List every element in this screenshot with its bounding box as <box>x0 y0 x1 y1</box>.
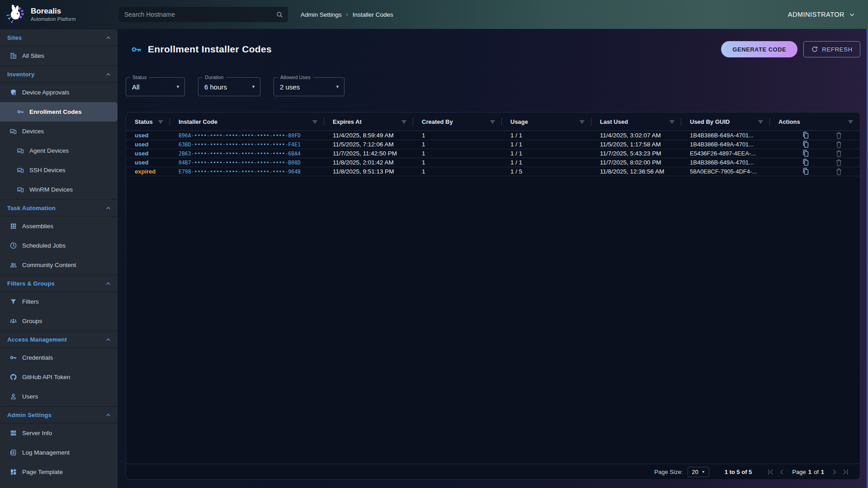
column-header-last-used[interactable]: Last Used <box>591 113 681 131</box>
status-select[interactable]: StatusAll▼ <box>126 77 185 96</box>
sidebar-item-scheduled-jobs[interactable]: Scheduled Jobs <box>0 236 118 255</box>
breadcrumb-parent[interactable]: Admin Settings <box>301 11 342 18</box>
previous-page-icon[interactable] <box>778 468 786 476</box>
column-header-actions[interactable]: Actions <box>770 113 860 131</box>
sidebar-section-admin-settings[interactable]: Admin Settings <box>0 406 118 423</box>
sidebar-item-filters[interactable]: Filters <box>0 292 118 311</box>
server-icon <box>9 429 17 437</box>
copy-icon[interactable] <box>802 149 810 158</box>
installer-code-cell[interactable]: B96A-••••-••••-••••-••••-••••-••••-80FD <box>170 132 324 139</box>
table-empty-area <box>126 176 860 464</box>
filter-icon[interactable] <box>311 118 318 125</box>
guid-cell: 1B4B386B-649A-4701... <box>681 132 770 139</box>
sidebar-item-device-approvals[interactable]: Device Approvals <box>0 83 118 102</box>
search-box[interactable] <box>119 7 288 22</box>
breadcrumb-current[interactable]: Installer Codes <box>353 11 393 18</box>
allowed-uses-select[interactable]: Allowed Uses2 uses▼ <box>274 77 344 96</box>
first-page-icon[interactable] <box>766 468 775 476</box>
trash-icon[interactable] <box>835 167 843 176</box>
guid-cell: E5436F26-4897-4EEA-... <box>681 150 770 157</box>
column-header-created-by[interactable]: Created By <box>413 113 502 131</box>
search-input[interactable] <box>124 11 276 18</box>
column-header-usage[interactable]: Usage <box>502 113 591 131</box>
key-icon <box>17 108 24 116</box>
trash-icon[interactable] <box>835 158 843 167</box>
caret-down-icon: ▼ <box>246 84 255 89</box>
sidebar-item-label: Device Approvals <box>22 89 69 96</box>
copy-icon[interactable] <box>802 140 810 149</box>
page-size-select[interactable]: 20 ▼ <box>688 467 709 477</box>
installer-code-cell[interactable]: 63BD-••••-••••-••••-••••-••••-••••-F4E1 <box>170 141 324 148</box>
sidebar-item-groups[interactable]: Groups <box>0 311 118 331</box>
sidebar-item-winrm-devices[interactable]: WinRM Devices <box>0 180 118 199</box>
page-indicator: Page 1 of 1 <box>792 469 824 475</box>
sidebar-item-users[interactable]: Users <box>0 387 118 406</box>
column-label: Used By GUID <box>690 118 730 125</box>
trash-icon[interactable] <box>835 140 843 149</box>
user-menu[interactable]: ADMINISTRATOR <box>788 11 855 18</box>
column-header-used-by-guid[interactable]: Used By GUID <box>681 113 770 131</box>
trash-icon[interactable] <box>835 131 843 140</box>
sidebar-item-server-info[interactable]: Server Info <box>0 423 118 443</box>
sidebar-item-assemblies[interactable]: Assemblies <box>0 216 118 236</box>
refresh-button[interactable]: REFRESH <box>803 41 860 57</box>
copy-icon[interactable] <box>802 158 810 167</box>
last-used-cell: 11/5/2025, 1:17:58 AM <box>591 141 681 148</box>
filter-icon[interactable] <box>579 118 585 125</box>
filter-icon[interactable] <box>489 118 496 125</box>
sidebar-section-task-automation[interactable]: Task Automation <box>0 199 118 216</box>
sidebar-item-label: Enrollment Codes <box>29 108 82 115</box>
copy-icon[interactable] <box>802 167 810 176</box>
sidebar-section-sites[interactable]: Sites <box>0 29 118 46</box>
sidebar-item-label: Groups <box>22 318 42 324</box>
sidebar-section-label: Access Management <box>7 336 67 343</box>
installer-code-cell[interactable]: 04B7-••••-••••-••••-••••-••••-••••-B08D <box>170 160 324 166</box>
sidebar-item-all-sites[interactable]: All Sites <box>0 46 118 66</box>
sidebar-item-community-content[interactable]: Community Content <box>0 255 118 275</box>
trash-icon[interactable] <box>835 149 843 158</box>
installer-code-cell[interactable]: E798-••••-••••-••••-••••-••••-••••-964B <box>170 169 324 175</box>
column-label: Last Used <box>600 118 628 125</box>
select-value: 2 uses <box>280 83 300 91</box>
brand-subtitle: Automation Platform <box>31 16 76 22</box>
search-icon[interactable] <box>276 11 283 19</box>
column-header-status[interactable]: Status <box>126 113 170 131</box>
filter-icon[interactable] <box>669 118 675 125</box>
guid-cell: 1B4B386B-649A-4701... <box>681 159 770 166</box>
column-header-installer-code[interactable]: Installer Code <box>170 113 324 131</box>
column-label: Expires At <box>333 118 362 125</box>
installer-code-cell[interactable]: 2B63-••••-••••-••••-••••-••••-••••-6BA4 <box>170 150 324 157</box>
table-body: usedB96A-••••-••••-••••-••••-••••-••••-8… <box>126 131 860 176</box>
created-by-cell: 1 <box>413 159 502 166</box>
column-header-expires-at[interactable]: Expires At <box>324 113 413 131</box>
sidebar-item-page-template[interactable]: Page Template <box>0 462 118 482</box>
user-menu-label: ADMINISTRATOR <box>788 11 844 18</box>
building-icon <box>9 52 17 60</box>
column-label: Status <box>135 118 153 125</box>
last-used-cell: 11/7/2025, 5:43:23 PM <box>591 150 681 157</box>
copy-icon[interactable] <box>802 131 810 140</box>
next-page-icon[interactable] <box>830 468 839 476</box>
filter-icon[interactable] <box>847 118 854 125</box>
sidebar-section-filters-groups[interactable]: Filters & Groups <box>0 275 118 292</box>
filter-icon[interactable] <box>401 118 407 125</box>
sidebar-item-agent-devices[interactable]: Agent Devices <box>0 141 118 160</box>
sidebar-item-ssh-devices[interactable]: SSH Devices <box>0 160 118 180</box>
sidebar-item-credentials[interactable]: Credentials <box>0 348 118 367</box>
sidebar-section-inventory[interactable]: Inventory <box>0 66 118 83</box>
brand: Borealis Automation Platform <box>0 4 118 25</box>
sidebar-item-log-management[interactable]: Log Management <box>0 443 118 462</box>
last-page-icon[interactable] <box>841 468 850 476</box>
sidebar-section-access-management[interactable]: Access Management <box>0 331 118 348</box>
filter-icon[interactable] <box>157 118 164 125</box>
sidebar-item-devices[interactable]: Devices <box>0 122 118 141</box>
sidebar-item-github-api-token[interactable]: GitHub API Token <box>0 367 118 387</box>
sidebar-item-label: Users <box>22 393 38 400</box>
shield-icon <box>9 89 17 96</box>
generate-code-button[interactable]: GENERATE CODE <box>721 41 797 57</box>
sidebar-item-enrollment-codes[interactable]: Enrollment Codes <box>0 102 118 122</box>
filter-icon[interactable] <box>757 118 764 125</box>
table-row: used63BD-••••-••••-••••-••••-••••-••••-F… <box>126 140 860 149</box>
duration-select[interactable]: Duration6 hours▼ <box>198 77 260 96</box>
row-range-text: 1 to 5 of 5 <box>725 469 752 475</box>
